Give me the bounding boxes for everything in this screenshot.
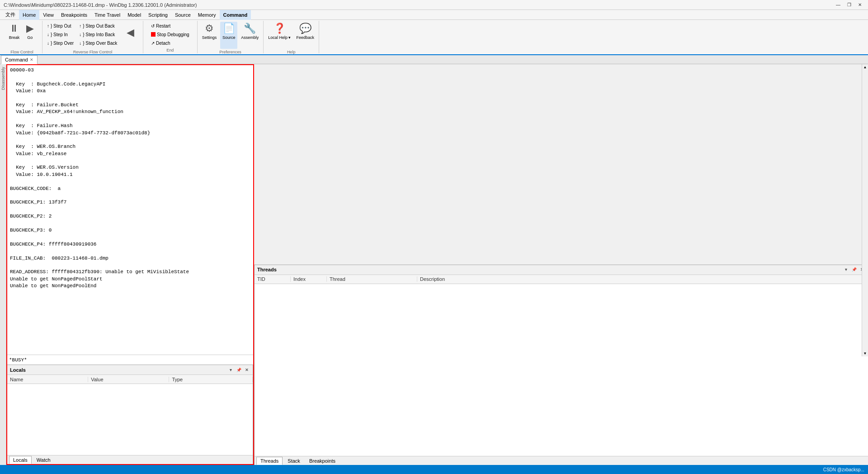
minimize-button[interactable]: —: [834, 1, 843, 9]
go-icon: ▶: [26, 23, 34, 34]
menu-scripting[interactable]: Scripting: [145, 10, 171, 20]
menu-file[interactable]: 文件: [2, 10, 19, 20]
menu-command[interactable]: Command: [220, 10, 251, 20]
restart-icon: ↺: [151, 24, 155, 28]
go-back-button[interactable]: ◀ Go Back: [121, 22, 140, 49]
go-button[interactable]: ▶ Go: [23, 22, 37, 49]
restore-button[interactable]: ❐: [844, 1, 854, 9]
threads-panel-title: Threads: [257, 267, 277, 272]
threads-col-description: Description: [417, 276, 868, 282]
tab-threads[interactable]: Threads: [256, 457, 283, 465]
scroll-down-button[interactable]: ▼: [863, 351, 867, 356]
restart-button[interactable]: ↺ Restart: [149, 22, 191, 30]
source-button[interactable]: 📄 Source: [220, 22, 237, 49]
locals-tab-bar: Locals Watch: [7, 455, 253, 464]
tab-stack[interactable]: Stack: [283, 457, 304, 465]
step-out-icon: ↑: [47, 24, 49, 28]
locals-col-name: Name: [7, 377, 88, 382]
menu-bar: 文件 Home View Breakpoints Time Travel Mod…: [0, 10, 868, 20]
back-steps: ↑ } Step Out Back ↓ } Step Into Back ↓ }…: [77, 22, 119, 47]
close-button[interactable]: ✕: [855, 1, 864, 9]
command-tab[interactable]: Command ✕: [1, 55, 38, 64]
help-content: ❓ Local Help ▾ 💬 Feedback: [266, 22, 316, 49]
locals-col-value: Value: [88, 377, 169, 382]
detach-label: Detach: [156, 41, 170, 46]
settings-icon: ⚙: [205, 23, 214, 34]
locals-panel-pin[interactable]: 📌: [236, 367, 242, 373]
threads-panel-pin[interactable]: 📌: [851, 266, 857, 273]
step-in-icon: ↓: [47, 32, 49, 37]
step-over-back-icon: ↓: [79, 41, 81, 46]
threads-table-header: TID Index Thread Description: [255, 275, 868, 284]
threads-panel-header: Threads ▾ 📌 ✕: [255, 265, 868, 275]
feedback-icon: 💬: [299, 23, 311, 34]
tab-locals[interactable]: Locals: [9, 456, 32, 464]
sidebar-disassembly-text: Disassembly: [1, 67, 5, 90]
command-tab-label: Command: [5, 57, 28, 62]
local-help-button[interactable]: ❓ Local Help ▾: [266, 22, 292, 49]
detach-icon: ↗: [151, 41, 155, 46]
ribbon: ⏸ Break ▶ Go Flow Control ↑ } Step Out ↓…: [0, 20, 868, 55]
assembly-button[interactable]: 🔧 Assembly: [239, 22, 260, 49]
title-text: C:\Windows\Minidump\080223-11468-01.dmp …: [4, 2, 197, 8]
feedback-label: Feedback: [296, 35, 314, 40]
step-into-back-icon: ↓: [79, 32, 81, 37]
menu-memory[interactable]: Memory: [194, 10, 220, 20]
scroll-up-button[interactable]: ▲: [863, 65, 867, 69]
threads-col-tid: TID: [255, 276, 291, 282]
tab-breakpoints[interactable]: Breakpoints: [305, 457, 340, 465]
source-icon: 📄: [223, 23, 235, 34]
feedback-button[interactable]: 💬 Feedback: [294, 22, 316, 49]
menu-breakpoints[interactable]: Breakpoints: [57, 10, 91, 20]
threads-col-thread: Thread: [327, 276, 417, 282]
locals-table-header: Name Value Type: [7, 375, 253, 384]
step-out-back-button[interactable]: ↑ } Step Out Back: [77, 22, 119, 30]
step-in-button[interactable]: ↓ } Step In: [45, 30, 75, 38]
step-out-label: } Step Out: [51, 24, 71, 28]
assembly-label: Assembly: [241, 35, 259, 40]
help-label: Help: [287, 50, 296, 54]
end-column: ↺ Restart Stop Debugging ↗ Detach: [149, 22, 191, 47]
flow-control-label: Flow Control: [10, 50, 33, 54]
locals-content: [7, 384, 253, 455]
threads-tab-bar: Threads Stack Breakpoints: [255, 456, 868, 465]
locals-panel-close[interactable]: ✕: [244, 367, 250, 373]
step-over-button[interactable]: ↓ } Step Over: [45, 39, 75, 47]
menu-time-travel[interactable]: Time Travel: [91, 10, 124, 20]
stop-debugging-icon: [151, 32, 156, 37]
end-content: ↺ Restart Stop Debugging ↗ Detach: [149, 22, 191, 47]
settings-button[interactable]: ⚙ Settings: [200, 22, 219, 49]
step-over-back-button[interactable]: ↓ } Step Over Back: [77, 39, 119, 47]
ribbon-group-steps: ↑ } Step Out ↓ } Step In ↓ } Step Over ↑…: [42, 21, 143, 53]
menu-model[interactable]: Model: [124, 10, 145, 20]
command-output[interactable]: 00000-03 Key : Bugcheck.Code.LegacyAPI V…: [7, 65, 253, 355]
break-icon: ⏸: [9, 23, 19, 34]
step-out-back-icon: ↑: [79, 24, 81, 28]
stop-debugging-button[interactable]: Stop Debugging: [149, 30, 191, 38]
break-button[interactable]: ⏸ Break: [7, 22, 22, 49]
step-over-back-label: } Step Over Back: [83, 41, 117, 46]
tab-watch[interactable]: Watch: [33, 456, 55, 464]
reverse-flow-label: Reverse Flow Control: [73, 50, 113, 54]
menu-view[interactable]: View: [39, 10, 57, 20]
step-into-back-label: } Step Into Back: [83, 32, 115, 37]
locals-panel-title: Locals: [10, 367, 26, 373]
step-out-back-label: } Step Out Back: [83, 24, 115, 28]
locals-panel: Locals ▾ 📌 ✕ Name Value Type Locals Watc…: [7, 365, 253, 464]
step-into-back-button[interactable]: ↓ } Step Into Back: [77, 30, 119, 38]
assembly-icon: 🔧: [244, 23, 256, 34]
command-panel: 00000-03 Key : Bugcheck.Code.LegacyAPI V…: [6, 64, 254, 465]
step-out-button[interactable]: ↑ } Step Out: [45, 22, 75, 30]
detach-button[interactable]: ↗ Detach: [149, 39, 191, 47]
source-label: Source: [222, 35, 236, 40]
menu-source[interactable]: Source: [171, 10, 194, 20]
threads-panel: Threads ▾ 📌 ✕ TID Index Thread Descripti…: [254, 265, 868, 465]
status-bar: CSDN @zxbacksp...: [0, 465, 868, 474]
right-scrollbar[interactable]: ▲ ▼: [862, 64, 868, 356]
threads-panel-dropdown[interactable]: ▾: [843, 266, 849, 273]
menu-home[interactable]: Home: [19, 10, 39, 20]
ribbon-group-preferences: ⚙ Settings 📄 Source 🔧 Assembly Preferenc…: [198, 21, 264, 53]
command-tab-close[interactable]: ✕: [30, 57, 33, 62]
locals-panel-dropdown[interactable]: ▾: [227, 367, 234, 373]
step-in-label: } Step In: [51, 32, 68, 37]
